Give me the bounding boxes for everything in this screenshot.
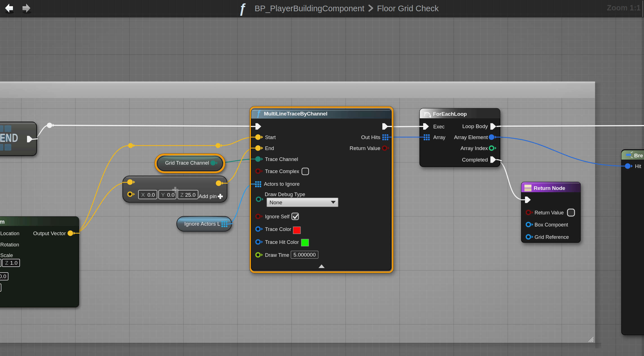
svg-text:Return Value: Return Value xyxy=(535,210,564,216)
svg-text:Trace Complex: Trace Complex xyxy=(265,169,299,174)
svg-text:Trace Hit Color: Trace Hit Color xyxy=(265,239,299,245)
svg-text:0.0: 0.0 xyxy=(147,192,155,198)
svg-text:m: m xyxy=(0,218,5,225)
svg-text:End: End xyxy=(265,146,274,151)
svg-text:MultiLineTraceByChannel: MultiLineTraceByChannel xyxy=(264,111,327,117)
svg-text:Z: Z xyxy=(5,260,8,266)
svg-text:25.0: 25.0 xyxy=(185,192,196,198)
svg-text:BP_PlayerBuildingComponent: BP_PlayerBuildingComponent xyxy=(255,4,364,13)
svg-text:Box Compoent: Box Compoent xyxy=(535,222,568,228)
svg-text:Array Index: Array Index xyxy=(461,145,488,151)
svg-text:5.000000: 5.000000 xyxy=(293,252,316,258)
svg-text:END: END xyxy=(0,131,18,144)
svg-text:0.0: 0.0 xyxy=(0,273,6,279)
svg-text:Grid Reference: Grid Reference xyxy=(535,234,569,240)
svg-text:Trace Color: Trace Color xyxy=(265,226,291,232)
svg-text:ƒ: ƒ xyxy=(256,109,261,118)
svg-text:Completed: Completed xyxy=(462,157,488,163)
svg-text:Grid Trace Channel: Grid Trace Channel xyxy=(165,160,209,166)
svg-text:Ignore Self: Ignore Self xyxy=(265,214,290,219)
svg-text:Add pin: Add pin xyxy=(199,193,217,199)
svg-text:Exec: Exec xyxy=(433,124,445,130)
svg-text:Ignore Actors L: Ignore Actors L xyxy=(184,221,220,227)
svg-text:Loop Body: Loop Body xyxy=(462,123,488,129)
svg-text:Floor Grid Check: Floor Grid Check xyxy=(377,4,439,13)
svg-text:Array Element: Array Element xyxy=(454,134,488,140)
svg-text:Actors to Ignore: Actors to Ignore xyxy=(264,181,300,187)
svg-text:Return Node: Return Node xyxy=(534,185,565,191)
svg-text:Output Vector: Output Vector xyxy=(33,230,66,236)
svg-text:Hit: Hit xyxy=(635,164,641,169)
svg-text:X: X xyxy=(141,192,145,198)
svg-text:Z: Z xyxy=(180,192,184,198)
svg-text:Return Value: Return Value xyxy=(350,145,381,151)
svg-text:None: None xyxy=(270,199,282,205)
svg-text:ForEachLoop: ForEachLoop xyxy=(433,111,467,117)
svg-text:1.0: 1.0 xyxy=(10,260,17,266)
svg-text:Y: Y xyxy=(161,192,165,198)
svg-text:Array: Array xyxy=(433,135,445,140)
svg-text:Trace Channel: Trace Channel xyxy=(265,157,298,162)
svg-text:Bre: Bre xyxy=(634,153,643,158)
svg-text:Rotation: Rotation xyxy=(0,242,19,248)
svg-text:Draw Debug Type: Draw Debug Type xyxy=(265,192,305,197)
svg-text:Scale: Scale xyxy=(0,253,13,258)
svg-text:0.0: 0.0 xyxy=(167,192,174,198)
svg-text:Location: Location xyxy=(0,231,19,236)
svg-text:Out Hits: Out Hits xyxy=(361,134,380,140)
svg-text:Draw Time: Draw Time xyxy=(265,252,289,258)
svg-text:ƒ: ƒ xyxy=(239,1,246,16)
svg-text:Zoom 1:1: Zoom 1:1 xyxy=(607,4,641,12)
svg-text:Start: Start xyxy=(265,135,276,140)
